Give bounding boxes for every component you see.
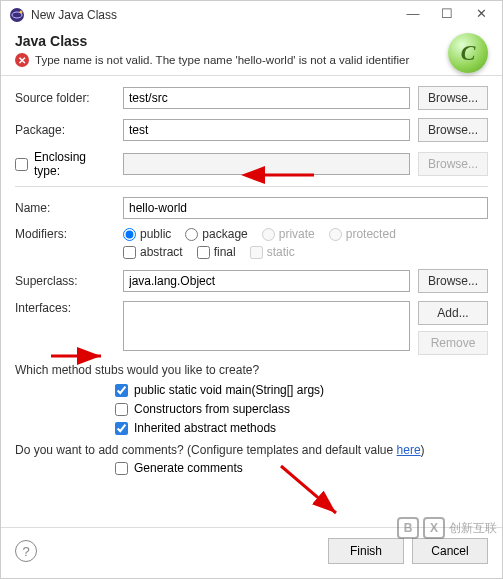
modifiers-group: public package private protected	[123, 227, 396, 241]
interfaces-label: Interfaces:	[15, 301, 115, 315]
mod-abstract-label: abstract	[140, 245, 183, 259]
mod-protected-label: protected	[346, 227, 396, 241]
error-icon: ✕	[15, 53, 29, 67]
modifiers-label: Modifiers:	[15, 227, 115, 241]
row-name: Name:	[15, 197, 488, 219]
cancel-button[interactable]: Cancel	[412, 538, 488, 564]
help-button[interactable]: ?	[15, 540, 37, 562]
mod-static-label: static	[267, 245, 295, 259]
browse-package-button[interactable]: Browse...	[418, 118, 488, 142]
enclosing-label: Enclosing type:	[34, 150, 115, 178]
package-input[interactable]	[123, 119, 410, 141]
row-modifiers: Modifiers: public package private protec…	[15, 227, 488, 241]
row-interfaces: Interfaces: Add... Remove	[15, 301, 488, 355]
window-title: New Java Class	[31, 8, 396, 22]
error-text: Type name is not valid. The type name 'h…	[35, 54, 409, 66]
svg-point-2	[20, 11, 23, 14]
dialog-header: Java Class ✕ Type name is not valid. The…	[1, 29, 502, 76]
enclosing-input	[123, 153, 410, 175]
close-button[interactable]: ✕	[464, 3, 498, 27]
source-folder-label: Source folder:	[15, 91, 115, 105]
mod-final-label: final	[214, 245, 236, 259]
mod-final-check[interactable]	[197, 246, 210, 259]
mod-package-radio[interactable]	[185, 228, 198, 241]
class-badge-icon: C	[448, 33, 488, 73]
stub-main-label: public static void main(String[] args)	[134, 383, 324, 397]
separator	[15, 186, 488, 187]
mod-private-label: private	[279, 227, 315, 241]
row-superclass: Superclass: Browse...	[15, 269, 488, 293]
comments-q-prefix: Do you want to add comments? (Configure …	[15, 443, 397, 457]
add-interface-button[interactable]: Add...	[418, 301, 488, 325]
form-area: Source folder: Browse... Package: Browse…	[1, 76, 502, 527]
superclass-label: Superclass:	[15, 274, 115, 288]
remove-interface-button: Remove	[418, 331, 488, 355]
mod-public-radio[interactable]	[123, 228, 136, 241]
browse-superclass-button[interactable]: Browse...	[418, 269, 488, 293]
dialog-title: Java Class	[15, 33, 488, 49]
eclipse-icon	[9, 7, 25, 23]
row-package: Package: Browse...	[15, 118, 488, 142]
mod-package-label: package	[202, 227, 247, 241]
browse-source-button[interactable]: Browse...	[418, 86, 488, 110]
maximize-button[interactable]: ☐	[430, 3, 464, 27]
mod-protected-radio	[329, 228, 342, 241]
minimize-button[interactable]: —	[396, 3, 430, 27]
stub-main-check[interactable]	[115, 384, 128, 397]
name-input[interactable]	[123, 197, 488, 219]
enclosing-checkbox[interactable]	[15, 158, 28, 171]
gen-comments-check[interactable]	[115, 462, 128, 475]
titlebar: New Java Class — ☐ ✕	[1, 1, 502, 29]
stub-super-check[interactable]	[115, 403, 128, 416]
comments-here-link[interactable]: here	[397, 443, 421, 457]
name-label: Name:	[15, 201, 115, 215]
comments-q-suffix: )	[421, 443, 425, 457]
browse-enclosing-button: Browse...	[418, 152, 488, 176]
stub-abstract-check[interactable]	[115, 422, 128, 435]
dialog-footer: ? Finish Cancel	[1, 527, 502, 578]
row-enclosing: Enclosing type: Browse...	[15, 150, 488, 178]
package-label: Package:	[15, 123, 115, 137]
source-folder-input[interactable]	[123, 87, 410, 109]
comments-question: Do you want to add comments? (Configure …	[15, 443, 488, 457]
interfaces-list[interactable]	[123, 301, 410, 351]
stubs-heading: Which method stubs would you like to cre…	[15, 363, 488, 377]
row-source-folder: Source folder: Browse...	[15, 86, 488, 110]
mod-static-check	[250, 246, 263, 259]
mod-public-label: public	[140, 227, 171, 241]
stub-super-label: Constructors from superclass	[134, 402, 290, 416]
mod-abstract-check[interactable]	[123, 246, 136, 259]
superclass-input[interactable]	[123, 270, 410, 292]
mod-private-radio	[262, 228, 275, 241]
modifiers-row2: abstract final static	[123, 245, 488, 259]
stub-abstract-label: Inherited abstract methods	[134, 421, 276, 435]
gen-comments-label: Generate comments	[134, 461, 243, 475]
finish-button[interactable]: Finish	[328, 538, 404, 564]
validation-error: ✕ Type name is not valid. The type name …	[15, 53, 488, 67]
